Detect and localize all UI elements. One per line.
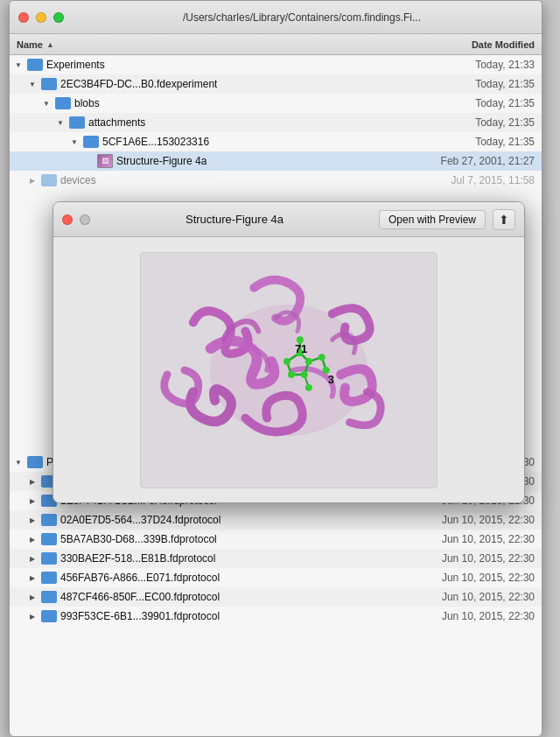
folder-icon <box>27 456 43 468</box>
file-name: 487CF466-850F...EC00.fdprotocol <box>60 591 220 603</box>
file-name: 330BAE2F-518...E81B.fdprotocol <box>60 552 215 565</box>
file-name: Structure-Figure 4a <box>116 155 206 167</box>
file-row-name: ▶ 487CF466-850F...EC00.fdprotocol <box>10 591 377 603</box>
expand-triangle-icon[interactable]: ▶ <box>27 175 38 186</box>
expand-triangle-icon[interactable]: ▼ <box>13 60 24 70</box>
file-name: devices <box>60 174 96 186</box>
file-row-name: ▼ Experiments <box>10 59 377 71</box>
file-row-name: ▼ attachments <box>10 116 377 129</box>
file-row-name: ▶ 🖼 Structure-Figure 4a <box>10 154 377 168</box>
close-button[interactable] <box>18 12 29 23</box>
quicklook-popup: Structure-Figure 4a Open with Preview ⬆ <box>52 201 525 503</box>
svg-point-11 <box>284 358 290 365</box>
file-row-name: ▼ 5CF1A6E...153023316 <box>10 136 377 148</box>
table-row[interactable]: ▶ 330BAE2F-518...E81B.fdprotocol Jun 10,… <box>10 549 542 568</box>
file-name: Experiments <box>46 59 105 71</box>
folder-icon <box>41 514 57 526</box>
table-row[interactable]: ▶ 456FAB76-A866...E071.fdprotocol Jun 10… <box>10 568 542 587</box>
file-date: Jul 7, 2015, 11:58 <box>377 174 535 186</box>
file-row-name: ▶ devices <box>10 174 377 186</box>
folder-icon <box>41 78 57 90</box>
protein-image: 71 3 <box>140 252 438 488</box>
file-date: Today, 21:35 <box>377 97 535 109</box>
table-row[interactable]: ▶ 🖼 Structure-Figure 4a Feb 27, 2001, 21… <box>10 151 542 171</box>
file-date: Today, 21:35 <box>377 136 535 148</box>
file-row-name: ▶ 993F53CE-6B1...39901.fdprotocol <box>10 610 377 622</box>
table-row[interactable]: ▶ 993F53CE-6B1...39901.fdprotocol Jun 10… <box>10 607 542 626</box>
svg-point-13 <box>305 358 312 365</box>
folder-icon <box>41 174 57 186</box>
file-name: 2EC3B4FD-DC...B0.fdexperiment <box>60 78 217 90</box>
expand-triangle-icon[interactable]: ▶ <box>27 592 38 602</box>
expand-triangle-icon[interactable]: ▶ <box>27 515 38 525</box>
table-row[interactable]: ▶ 02A0E7D5-564...37D24.fdprotocol Jun 10… <box>10 510 542 530</box>
maximize-button[interactable] <box>53 12 64 23</box>
svg-point-19 <box>305 383 312 390</box>
file-name: 02A0E7D5-564...37D24.fdprotocol <box>60 514 220 526</box>
file-date: Jun 10, 2015, 22:30 <box>377 533 535 545</box>
expand-triangle-icon[interactable]: ▶ <box>27 572 38 583</box>
minimize-button[interactable] <box>36 12 46 23</box>
file-date: Jun 10, 2015, 22:30 <box>377 572 535 584</box>
svg-text:3: 3 <box>328 372 334 385</box>
expand-triangle-icon[interactable]: ▶ <box>27 495 38 506</box>
table-row[interactable]: ▼ blobs Today, 21:35 <box>10 94 542 113</box>
expand-triangle-icon[interactable]: ▼ <box>55 117 66 128</box>
share-button[interactable]: ⬆ <box>493 209 515 230</box>
file-row-name: ▶ 5BA7AB30-D68...339B.fdprotocol <box>10 533 377 545</box>
protein-structure-svg: 71 3 <box>141 253 437 488</box>
folder-icon <box>41 552 57 565</box>
file-date: Feb 27, 2001, 21:27 <box>377 155 535 167</box>
table-row[interactable]: ▼ attachments Today, 21:35 <box>10 113 542 132</box>
folder-icon <box>41 533 57 545</box>
expand-triangle-icon[interactable]: ▼ <box>13 457 24 467</box>
file-date: Jun 10, 2015, 22:30 <box>377 514 535 526</box>
folder-icon <box>41 591 57 603</box>
svg-point-17 <box>318 354 326 361</box>
file-date: Today, 21:33 <box>377 59 535 71</box>
table-row[interactable]: ▶ 5BA7AB30-D68...339B.fdprotocol Jun 10,… <box>10 530 542 549</box>
file-row-name: ▶ 456FAB76-A866...E071.fdprotocol <box>10 572 377 584</box>
table-row[interactable]: ▶ 487CF466-850F...EC00.fdprotocol Jun 10… <box>10 587 542 607</box>
date-column-header[interactable]: Date Modified <box>377 39 535 50</box>
expand-triangle-icon[interactable]: ▶ <box>27 476 38 487</box>
file-name: blobs <box>74 97 100 109</box>
folder-icon <box>55 97 71 109</box>
folder-icon <box>41 572 57 584</box>
title-bar: /Users/charles/Library/Containers/com.fi… <box>10 1 542 34</box>
table-row[interactable]: ▼ Experiments Today, 21:33 <box>10 55 542 74</box>
file-date: Jun 10, 2015, 22:30 <box>377 552 535 565</box>
file-name: 5BA7AB30-D68...339B.fdprotocol <box>60 533 217 545</box>
file-row-name: ▼ blobs <box>10 97 377 109</box>
expand-triangle-icon[interactable]: ▼ <box>41 98 52 109</box>
expand-triangle-icon[interactable]: ▶ <box>27 553 38 564</box>
file-name: 993F53CE-6B1...39901.fdprotocol <box>60 610 220 622</box>
file-date: Jun 10, 2015, 22:30 <box>377 591 535 603</box>
svg-point-14 <box>301 370 308 377</box>
expand-triangle-icon[interactable]: ▼ <box>69 137 80 147</box>
file-date: Today, 21:35 <box>377 116 535 129</box>
file-row-name: ▶ 02A0E7D5-564...37D24.fdprotocol <box>10 514 377 526</box>
folder-icon <box>83 136 99 148</box>
window-title: /Users/charles/Library/Containers/com.fi… <box>71 11 533 24</box>
name-column-header[interactable]: Name ▲ <box>17 39 377 50</box>
file-date: Jun 10, 2015, 22:30 <box>377 610 535 622</box>
expand-triangle-icon[interactable]: ▶ <box>27 611 38 621</box>
quicklook-dot <box>80 214 90 225</box>
quicklook-close-button[interactable] <box>62 214 73 225</box>
file-name: attachments <box>88 116 145 129</box>
file-row-name: ▶ 330BAE2F-518...E81B.fdprotocol <box>10 552 377 565</box>
table-row[interactable]: ▼ 5CF1A6E...153023316 Today, 21:35 <box>10 132 542 151</box>
quicklook-title: Structure-Figure 4a <box>97 213 372 226</box>
table-row[interactable]: ▶ devices Jul 7, 2015, 11:58 <box>10 171 542 190</box>
svg-text:71: 71 <box>295 342 307 355</box>
folder-icon <box>27 59 43 71</box>
expand-triangle-icon[interactable]: ▶ <box>27 534 38 544</box>
open-with-preview-button[interactable]: Open with Preview <box>379 210 486 229</box>
table-row[interactable]: ▼ 2EC3B4FD-DC...B0.fdexperiment Today, 2… <box>10 74 542 94</box>
quicklook-content: 71 3 <box>53 237 524 502</box>
expand-triangle-icon[interactable]: ▼ <box>27 79 38 89</box>
column-header: Name ▲ Date Modified <box>10 34 542 55</box>
svg-point-15 <box>288 370 295 377</box>
folder-icon <box>69 116 85 129</box>
